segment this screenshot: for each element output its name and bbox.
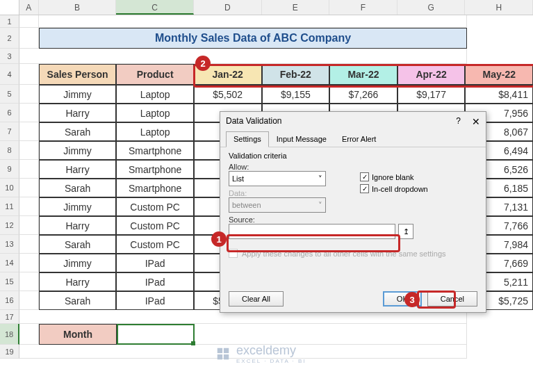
- table-cell[interactable]: $9,155: [262, 85, 330, 104]
- row-11[interactable]: 11: [0, 197, 19, 216]
- dialog-tabs: Settings Input Message Error Alert: [220, 131, 486, 147]
- watermark: exceldemyEXCEL · DATA · BI: [215, 343, 306, 364]
- table-cell[interactable]: Jimmy: [39, 254, 117, 272]
- row-19[interactable]: 19: [0, 345, 19, 359]
- svg-rect-2: [218, 354, 222, 359]
- highlight-month-headers: [193, 64, 533, 88]
- row-17[interactable]: 17: [0, 310, 19, 324]
- table-cell[interactable]: Jimmy: [39, 197, 117, 216]
- table-cell[interactable]: Laptop: [116, 85, 194, 104]
- table-cell[interactable]: Smartphone: [116, 179, 194, 197]
- close-icon[interactable]: ✕: [472, 116, 480, 127]
- row-2[interactable]: 2: [0, 28, 19, 49]
- col-F[interactable]: F: [329, 0, 397, 15]
- callout-1: 1: [211, 231, 227, 247]
- column-headers: A B C D E F G H: [0, 0, 533, 15]
- incell-dropdown-checkbox[interactable]: ✓In-cell dropdown: [360, 184, 477, 193]
- col-C[interactable]: C: [116, 0, 194, 15]
- col-H[interactable]: H: [465, 0, 533, 15]
- row-12[interactable]: 12: [0, 216, 19, 235]
- table-cell[interactable]: Sarah: [39, 179, 117, 197]
- col-B[interactable]: B: [39, 0, 117, 15]
- svg-rect-0: [218, 348, 222, 353]
- header-sales-person: Sales Person: [39, 64, 117, 85]
- row-18[interactable]: 18: [0, 324, 19, 345]
- row-6[interactable]: 6: [0, 104, 19, 122]
- help-icon[interactable]: ?: [456, 116, 461, 127]
- row-8[interactable]: 8: [0, 141, 19, 160]
- data-select: between˅: [229, 197, 326, 213]
- row-1[interactable]: 1: [0, 15, 19, 28]
- table-cell[interactable]: $7,266: [329, 85, 397, 104]
- row-4[interactable]: 4: [0, 64, 19, 85]
- svg-rect-3: [224, 354, 229, 359]
- table-cell[interactable]: Harry: [39, 272, 117, 291]
- ignore-blank-checkbox[interactable]: ✓Ignore blank: [360, 172, 477, 181]
- data-label: Data:: [229, 189, 346, 197]
- row-15[interactable]: 15: [0, 272, 19, 291]
- row-7[interactable]: 7: [0, 122, 19, 141]
- table-cell[interactable]: Laptop: [116, 122, 194, 141]
- row-3[interactable]: 3: [0, 49, 19, 64]
- table-cell[interactable]: Laptop: [116, 104, 194, 122]
- table-cell[interactable]: Custom PC: [116, 216, 194, 235]
- source-label: Source:: [229, 215, 477, 224]
- table-cell[interactable]: IPad: [116, 254, 194, 272]
- chevron-down-icon: ˅: [318, 174, 322, 183]
- header-product: Product: [116, 64, 194, 85]
- highlight-source-input: [227, 234, 400, 252]
- table-cell[interactable]: Harry: [39, 104, 117, 122]
- col-D[interactable]: D: [194, 0, 262, 15]
- month-dropdown-cell[interactable]: [117, 324, 195, 345]
- data-validation-dialog: Data Validation ? ✕ Settings Input Messa…: [220, 111, 486, 313]
- callout-3: 3: [404, 292, 420, 307]
- table-cell[interactable]: Jimmy: [39, 85, 117, 104]
- row-14[interactable]: 14: [0, 254, 19, 272]
- tab-input-message[interactable]: Input Message: [269, 131, 334, 147]
- col-A[interactable]: A: [19, 0, 39, 15]
- svg-rect-1: [224, 348, 229, 353]
- row-13[interactable]: 13: [0, 235, 19, 254]
- chevron-down-icon: ˅: [318, 201, 322, 210]
- tab-error-alert[interactable]: Error Alert: [334, 131, 384, 147]
- clear-all-button[interactable]: Clear All: [229, 291, 284, 307]
- callout-2: 2: [195, 56, 211, 71]
- table-cell[interactable]: Custom PC: [116, 235, 194, 254]
- table-cell[interactable]: Sarah: [39, 235, 117, 254]
- table-cell[interactable]: IPad: [116, 291, 194, 310]
- tab-settings[interactable]: Settings: [226, 131, 269, 147]
- table-cell[interactable]: Sarah: [39, 291, 117, 310]
- col-G[interactable]: G: [397, 0, 466, 15]
- table-cell[interactable]: IPad: [116, 272, 194, 291]
- row-9[interactable]: 9: [0, 160, 19, 179]
- table-cell[interactable]: Smartphone: [116, 141, 194, 160]
- table-cell[interactable]: Jimmy: [39, 141, 117, 160]
- dialog-title: Data Validation: [226, 116, 282, 127]
- col-E[interactable]: E: [262, 0, 330, 15]
- table-cell[interactable]: Harry: [39, 216, 117, 235]
- table-cell[interactable]: Harry: [39, 160, 117, 179]
- table-cell[interactable]: $9,177: [397, 85, 466, 104]
- table-cell[interactable]: Smartphone: [116, 160, 194, 179]
- allow-select[interactable]: List˅: [229, 171, 326, 186]
- range-picker-icon[interactable]: ↥: [398, 224, 413, 239]
- page-title: Monthly Sales Data of ABC Company: [39, 28, 467, 49]
- row-16[interactable]: 16: [0, 291, 19, 310]
- table-cell[interactable]: Custom PC: [116, 197, 194, 216]
- highlight-ok-button: [417, 291, 456, 309]
- table-cell[interactable]: Sarah: [39, 122, 117, 141]
- criteria-label: Validation criteria: [229, 152, 477, 160]
- table-cell[interactable]: $5,502: [194, 85, 262, 104]
- row-10[interactable]: 10: [0, 179, 19, 197]
- row-5[interactable]: 5: [0, 85, 19, 104]
- month-label: Month: [39, 324, 117, 345]
- logo-icon: [215, 346, 231, 361]
- allow-label: Allow:: [229, 163, 346, 171]
- table-cell[interactable]: $8,411: [465, 85, 533, 104]
